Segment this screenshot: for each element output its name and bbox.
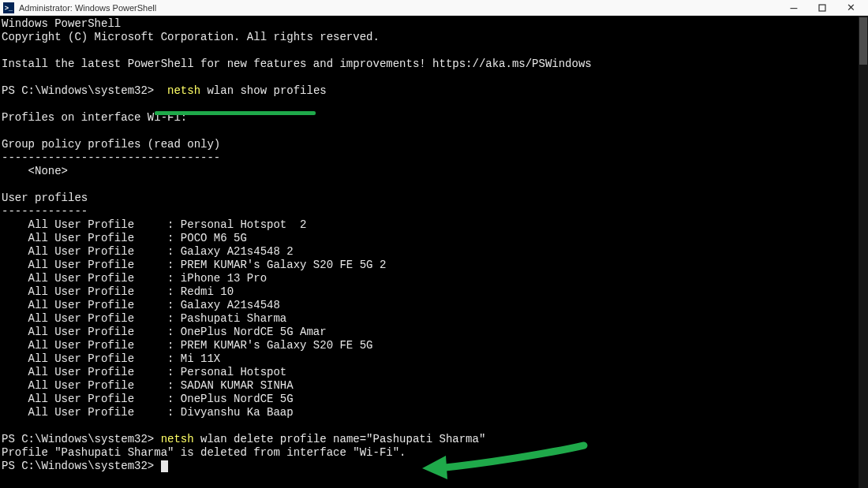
- terminal-line: PS C:\Windows\system32> netsh wlan show …: [2, 84, 863, 98]
- titlebar[interactable]: >_ Administrator: Windows PowerShell – ✕: [0, 0, 868, 16]
- terminal-line: All User Profile : OnePlus NordCE 5G Ama…: [2, 326, 863, 339]
- terminal-area: Windows PowerShellCopyright (C) Microsof…: [0, 16, 868, 488]
- terminal-line: All User Profile : Personal Hotspot: [2, 366, 863, 379]
- terminal-line: User profiles: [2, 192, 863, 205]
- terminal-output[interactable]: Windows PowerShellCopyright (C) Microsof…: [0, 16, 868, 488]
- terminal-line: PS C:\Windows\system32>: [2, 460, 863, 473]
- terminal-line: All User Profile : Divyanshu Ka Baap: [2, 406, 863, 419]
- terminal-line: Copyright (C) Microsoft Corporation. All…: [2, 31, 863, 44]
- terminal-line: All User Profile : Pashupati Sharma: [2, 312, 863, 326]
- svg-rect-0: [819, 5, 825, 11]
- terminal-line: All User Profile : POCO M6 5G: [2, 232, 863, 245]
- scrollbar-thumb[interactable]: [859, 17, 867, 65]
- terminal-line: All User Profile : Galaxy A21s4548 2: [2, 245, 863, 259]
- terminal-line: -------------: [2, 205, 863, 218]
- terminal-line: All User Profile : Galaxy A21s4548: [2, 299, 863, 312]
- terminal-line: Windows PowerShell: [2, 17, 863, 31]
- terminal-line: All User Profile : PREM KUMAR's Galaxy S…: [2, 259, 863, 272]
- terminal-line: [2, 44, 863, 58]
- terminal-line: All User Profile : Personal Hotspot 2: [2, 218, 863, 232]
- terminal-line: All User Profile : OnePlus NordCE 5G: [2, 393, 863, 406]
- terminal-line: All User Profile : SADAN KUMAR SINHA: [2, 379, 863, 393]
- terminal-line: All User Profile : iPhone 13 Pro: [2, 272, 863, 285]
- terminal-line: Install the latest PowerShell for new fe…: [2, 58, 863, 71]
- maximize-button[interactable]: [808, 0, 836, 16]
- window-controls: – ✕: [780, 0, 865, 16]
- terminal-line: [2, 125, 863, 138]
- terminal-line: All User Profile : Redmi 10: [2, 285, 863, 299]
- terminal-line: PS C:\Windows\system32> netsh wlan delet…: [2, 433, 863, 446]
- terminal-line: Group policy profiles (read only): [2, 138, 863, 151]
- cursor: [161, 460, 168, 472]
- window-title: Administrator: Windows PowerShell: [19, 3, 780, 13]
- terminal-line: All User Profile : PREM KUMAR's Galaxy S…: [2, 339, 863, 352]
- terminal-line: Profiles on interface Wi-Fi:: [2, 111, 863, 125]
- terminal-line: [2, 178, 863, 192]
- terminal-line: Profile "Pashupati Sharma" is deleted fr…: [2, 446, 863, 460]
- terminal-line: All User Profile : Mi 11X: [2, 352, 863, 366]
- powershell-window: >_ Administrator: Windows PowerShell – ✕…: [0, 0, 868, 488]
- scrollbar[interactable]: [859, 16, 868, 488]
- terminal-line: [2, 98, 863, 111]
- terminal-line: [2, 419, 863, 433]
- terminal-line: [2, 71, 863, 84]
- terminal-line: <None>: [2, 165, 863, 178]
- minimize-button[interactable]: –: [780, 0, 808, 16]
- close-button[interactable]: ✕: [836, 0, 865, 16]
- powershell-icon: >_: [3, 2, 14, 13]
- terminal-line: ---------------------------------: [2, 151, 863, 165]
